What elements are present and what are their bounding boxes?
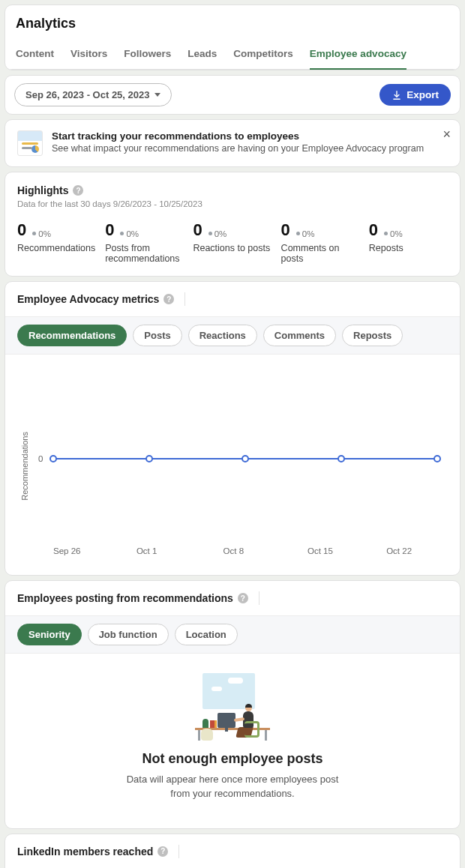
tracking-banner: Start tracking your recommendations to e… (4, 119, 460, 167)
line-chart: 0 Sep 26Oct 1Oct 8Oct 15Oct 22 (34, 373, 445, 560)
metric-delta: 0% (120, 229, 139, 238)
metric-label: Recommendations (17, 243, 96, 253)
advocacy-metrics-title: Employee Advocacy metrics (17, 293, 159, 305)
banner-text: Start tracking your recommendations to e… (52, 130, 424, 154)
tab-followers[interactable]: Followers (124, 40, 171, 70)
help-icon[interactable]: ? (158, 846, 168, 857)
metric: 00%Reposts (369, 220, 448, 264)
metric-pill-comments[interactable]: Comments (263, 325, 336, 346)
metric-delta: 0% (32, 229, 51, 238)
export-button[interactable]: Export (380, 84, 451, 106)
delta-dot-icon (120, 232, 124, 235)
empty-state-subtitle: Data will appear here once more employee… (120, 773, 345, 801)
delta-dot-icon (296, 232, 300, 235)
employees-posting-card: Employees posting from recommendations ?… (4, 580, 460, 829)
chevron-down-icon (154, 93, 160, 97)
metric: 00%Posts from recommendations (105, 220, 184, 264)
metric-label: Posts from recommendations (105, 243, 184, 264)
members-reached-title: LinkedIn members reached (17, 846, 153, 858)
chart-area: Recommendations 0 Sep 26Oct 1Oct 8Oct 15… (5, 355, 460, 575)
tab-visitors[interactable]: Visitors (70, 40, 107, 70)
metric: 00%Comments on posts (281, 220, 360, 264)
metric: 00%Recommendations (17, 220, 96, 264)
metric-label: Comments on posts (281, 243, 360, 264)
highlights-date-note: Data for the last 30 days 9/26/2023 - 10… (17, 199, 448, 208)
data-point (338, 455, 345, 462)
tabs: ContentVisitorsFollowersLeadsCompetitors… (5, 40, 460, 70)
export-label: Export (406, 89, 439, 100)
separator (259, 591, 260, 605)
metric-pill-posts[interactable]: Posts (133, 325, 182, 346)
members-reached-card: LinkedIn members reached ? SeniorityJob … (4, 834, 460, 868)
employees-pill-row: SeniorityJob functionLocation (5, 615, 460, 654)
banner-title: Start tracking your recommendations to e… (52, 130, 424, 142)
data-point (242, 455, 249, 462)
close-icon[interactable]: × (442, 127, 451, 141)
x-tick-label: Oct 15 (308, 546, 333, 555)
help-icon[interactable]: ? (238, 593, 248, 603)
employees-pill-seniority[interactable]: Seniority (17, 624, 82, 645)
metric-pill-recommendations[interactable]: Recommendations (17, 325, 127, 346)
x-axis-labels: Sep 26Oct 1Oct 8Oct 15Oct 22 (53, 546, 437, 555)
highlights-title: Highlights (17, 184, 68, 196)
separator (178, 845, 179, 858)
delta-dot-icon (32, 232, 36, 235)
x-tick-label: Sep 26 (53, 546, 80, 555)
tab-content[interactable]: Content (16, 40, 54, 70)
empty-state-title: Not enough employee posts (35, 751, 430, 767)
tab-employee-advocacy[interactable]: Employee advocacy (310, 40, 406, 70)
delta-dot-icon (208, 232, 212, 235)
y-axis-label: Recommendations (20, 432, 29, 501)
separator (184, 292, 185, 306)
metric-value: 0 (281, 220, 290, 240)
metric-value: 0 (193, 220, 202, 240)
employees-pill-location[interactable]: Location (175, 624, 238, 645)
metric-delta: 0% (296, 229, 315, 238)
analytics-header: Analytics ContentVisitorsFollowersLeadsC… (4, 4, 460, 70)
date-range-label: Sep 26, 2023 - Oct 25, 2023 (26, 89, 150, 100)
data-point (50, 455, 57, 462)
employees-posting-title: Employees posting from recommendations (17, 592, 233, 604)
metric-delta: 0% (384, 229, 403, 238)
x-tick-label: Oct 8 (224, 546, 244, 555)
metric-value: 0 (17, 220, 26, 240)
metric-value: 0 (105, 220, 114, 240)
person-at-desk-illustration (195, 673, 270, 741)
metric-label: Reactions to posts (193, 243, 272, 253)
metric-delta: 0% (208, 229, 227, 238)
download-icon (392, 90, 402, 100)
help-icon[interactable]: ? (164, 294, 174, 304)
x-tick-label: Oct 22 (386, 546, 412, 555)
data-point (146, 455, 153, 462)
toolbar: Sep 26, 2023 - Oct 25, 2023 Export (4, 75, 460, 115)
metrics-row: 00%Recommendations00%Posts from recommen… (17, 220, 448, 264)
date-range-button[interactable]: Sep 26, 2023 - Oct 25, 2023 (14, 83, 172, 106)
employees-pill-job-function[interactable]: Job function (88, 624, 169, 645)
metric-pill-reactions[interactable]: Reactions (188, 325, 257, 346)
page-title: Analytics (16, 16, 449, 31)
metrics-pill-row: RecommendationsPostsReactionsCommentsRep… (5, 316, 460, 355)
metric: 00%Reactions to posts (193, 220, 272, 264)
banner-subtitle: See what impact your recommendations are… (52, 143, 424, 154)
tab-competitors[interactable]: Competitors (233, 40, 293, 70)
metric-value: 0 (369, 220, 378, 240)
help-icon[interactable]: ? (73, 185, 83, 196)
y-tick-0: 0 (38, 454, 43, 463)
advocacy-metrics-card: Employee Advocacy metrics ? Recommendati… (4, 281, 460, 576)
empty-state: Not enough employee posts Data will appe… (5, 654, 460, 828)
data-point (434, 455, 441, 462)
tab-leads[interactable]: Leads (188, 40, 217, 70)
metric-pill-reposts[interactable]: Reposts (342, 325, 403, 346)
metric-label: Reposts (369, 243, 448, 253)
delta-dot-icon (384, 232, 388, 235)
highlights-card: Highlights ? Data for the last 30 days 9… (4, 172, 460, 277)
report-icon (17, 130, 43, 156)
x-tick-label: Oct 1 (136, 546, 157, 555)
